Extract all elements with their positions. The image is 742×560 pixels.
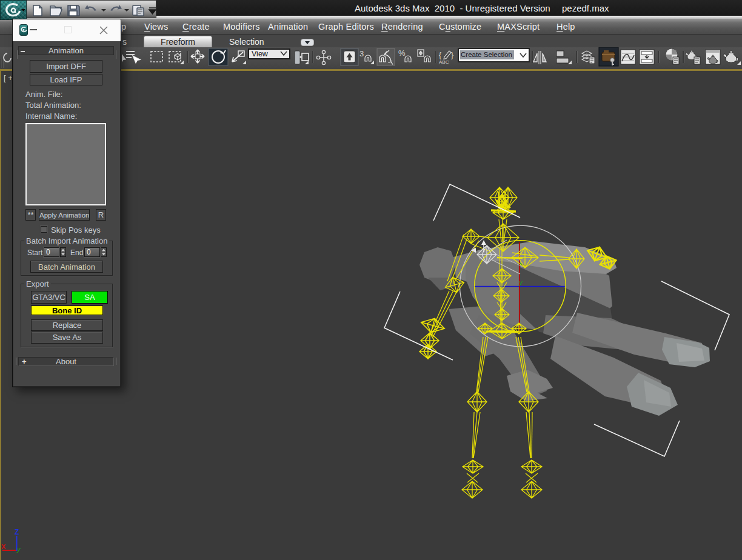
- svg-text:ABC: ABC: [439, 59, 449, 65]
- svg-text:}: }: [451, 51, 453, 59]
- svg-text:Z: Z: [15, 528, 19, 536]
- svg-text:{: {: [439, 51, 441, 59]
- svg-text:3: 3: [359, 49, 364, 58]
- svg-text:%: %: [398, 48, 406, 58]
- svg-text:y: y: [16, 545, 21, 553]
- svg-text:X: X: [1, 543, 6, 550]
- svg-text:[ +: [ +: [4, 73, 13, 82]
